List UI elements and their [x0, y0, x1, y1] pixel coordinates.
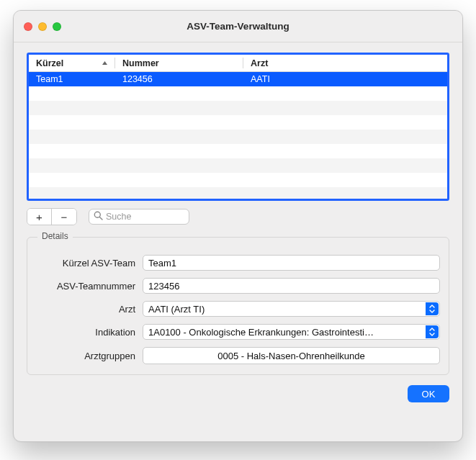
select-arzt-value: AATI (Arzt TI) [148, 304, 205, 315]
table-row[interactable] [29, 187, 447, 201]
details-group: Details Kürzel ASV-Team ASV-Teamnummer A… [27, 237, 449, 375]
label-arztgruppen: Arztgruppen [36, 351, 143, 361]
cell-arzt: AATI [243, 74, 447, 84]
footer: OK [27, 385, 449, 402]
label-arzt: Arzt [36, 304, 143, 315]
svg-line-1 [99, 217, 102, 220]
cell-nummer: 123456 [115, 74, 243, 84]
cell-kurzel: Team1 [29, 74, 115, 84]
table-toolbar: + − [27, 208, 449, 225]
team-table[interactable]: Kürzel Nummer Arzt Team1 123456 AATI [27, 53, 449, 201]
table-row[interactable]: Team1 123456 AATI [29, 72, 447, 86]
label-indikation: Indikation [36, 327, 143, 338]
traffic-lights [24, 22, 61, 31]
close-icon[interactable] [24, 22, 32, 31]
window-title: ASV-Team-Verwaltung [14, 21, 462, 32]
label-teamnummer: ASV-Teamnummer [36, 281, 143, 292]
column-nummer[interactable]: Nummer [115, 55, 243, 71]
table-row[interactable] [29, 86, 447, 101]
table-row[interactable] [29, 101, 447, 115]
table-row[interactable] [29, 130, 447, 144]
table-row[interactable] [29, 144, 447, 158]
add-remove-group: + − [27, 208, 77, 225]
titlebar: ASV-Team-Verwaltung [14, 11, 462, 42]
column-arzt[interactable]: Arzt [243, 55, 447, 71]
search-field[interactable] [89, 209, 189, 225]
table-row[interactable] [29, 115, 447, 130]
input-teamnummer[interactable] [143, 278, 440, 294]
input-kurzel[interactable] [143, 255, 440, 271]
window: ASV-Team-Verwaltung Kürzel Nummer Arzt [13, 10, 463, 442]
label-kurzel: Kürzel ASV-Team [36, 258, 143, 269]
table-header: Kürzel Nummer Arzt [29, 55, 447, 72]
remove-button[interactable]: − [52, 209, 76, 225]
search-input[interactable] [106, 212, 219, 222]
arztgruppen-value: 0005 - Hals-Nasen-Ohrenheilkunde [217, 351, 365, 361]
table-row[interactable] [29, 158, 447, 173]
column-arzt-label: Arzt [251, 58, 268, 68]
column-kurzel[interactable]: Kürzel [29, 55, 115, 71]
select-arzt[interactable]: AATI (Arzt TI) [143, 301, 440, 317]
column-kurzel-label: Kürzel [36, 58, 63, 68]
arztgruppen-list[interactable]: 0005 - Hals-Nasen-Ohrenheilkunde [143, 347, 440, 364]
chevron-up-down-icon [426, 302, 439, 315]
select-indikation[interactable]: 1A0100 - Onkologische Erkrankungen: Gast… [143, 324, 440, 340]
column-nummer-label: Nummer [122, 58, 159, 68]
window-body: Kürzel Nummer Arzt Team1 123456 AATI [14, 42, 462, 441]
details-legend: Details [37, 231, 73, 241]
table-body: Team1 123456 AATI [29, 72, 447, 201]
search-icon [94, 211, 103, 222]
ok-button[interactable]: OK [408, 385, 449, 402]
zoom-icon[interactable] [53, 22, 61, 31]
table-row[interactable] [29, 173, 447, 187]
select-indikation-value: 1A0100 - Onkologische Erkrankungen: Gast… [148, 327, 374, 338]
add-button[interactable]: + [27, 209, 52, 225]
sort-ascending-icon [102, 60, 108, 66]
minimize-icon[interactable] [38, 22, 47, 31]
chevron-up-down-icon [426, 325, 439, 338]
